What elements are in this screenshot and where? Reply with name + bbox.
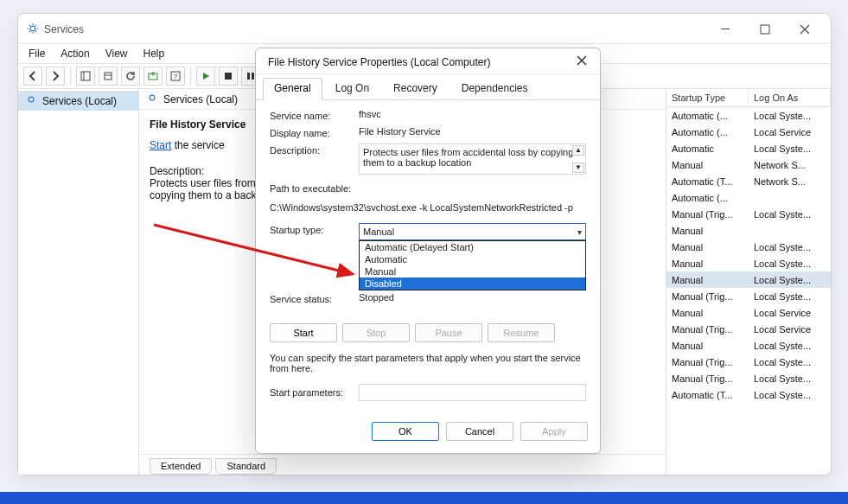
central-heading: Services (Local) bbox=[163, 93, 238, 105]
cell-log-on-as: Local Syste... bbox=[749, 209, 831, 220]
menu-file[interactable]: File bbox=[29, 48, 45, 60]
table-row[interactable]: Manual (Trig...Local Syste... bbox=[666, 206, 831, 222]
cell-log-on-as: Local Syste... bbox=[749, 144, 831, 154]
table-row[interactable]: Manual (Trig...Local Syste... bbox=[666, 354, 831, 370]
table-row[interactable]: Automatic (...Local Service bbox=[666, 124, 831, 140]
table-row[interactable]: Manual (Trig...Local Syste... bbox=[666, 370, 831, 386]
start-link-suffix: the service bbox=[171, 139, 224, 151]
stop-service-button[interactable] bbox=[219, 67, 238, 86]
table-row[interactable]: Manual (Trig...Local Syste... bbox=[666, 288, 831, 304]
window-maximize-button[interactable] bbox=[748, 19, 782, 40]
tab-extended[interactable]: Extended bbox=[150, 458, 212, 475]
dialog-footer: OK Cancel Apply bbox=[256, 415, 600, 453]
column-headers: Startup Type Log On As bbox=[666, 89, 831, 107]
dialog-close-button[interactable] bbox=[572, 55, 591, 68]
services-icon bbox=[27, 22, 39, 37]
window-minimize-button[interactable] bbox=[708, 19, 743, 40]
apply-button: Apply bbox=[520, 422, 588, 441]
properties-button[interactable] bbox=[99, 67, 118, 86]
cell-startup-type: Automatic bbox=[666, 144, 749, 154]
tab-dependencies[interactable]: Dependencies bbox=[450, 78, 539, 99]
start-service-link[interactable]: Start bbox=[150, 139, 171, 151]
cell-log-on-as: Local Syste... bbox=[749, 341, 831, 351]
service-name-value: fhsvc bbox=[359, 109, 586, 119]
pause-button: Pause bbox=[415, 323, 482, 342]
menu-action[interactable]: Action bbox=[61, 48, 89, 60]
table-row[interactable]: ManualLocal Service bbox=[666, 304, 831, 321]
cell-log-on-as: Local Syste... bbox=[749, 357, 831, 367]
description-box: Protects user files from accidental loss… bbox=[359, 144, 586, 175]
menu-view[interactable]: View bbox=[105, 48, 128, 60]
table-row[interactable]: Automatic (...Local Syste... bbox=[666, 107, 831, 124]
tab-recovery[interactable]: Recovery bbox=[382, 78, 449, 99]
table-row[interactable]: ManualNetwork S... bbox=[666, 156, 831, 173]
startup-type-label: Startup type: bbox=[270, 223, 352, 235]
forward-button[interactable] bbox=[46, 67, 65, 86]
table-row[interactable]: Automatic (T...Local Syste... bbox=[666, 386, 831, 403]
startup-type-option[interactable]: Automatic bbox=[360, 253, 585, 265]
cell-log-on-as: Network S... bbox=[749, 160, 831, 170]
services-icon bbox=[25, 93, 37, 108]
table-row[interactable]: ManualLocal Syste... bbox=[666, 239, 831, 255]
stop-button: Stop bbox=[342, 323, 410, 342]
table-row[interactable]: ManualLocal Syste... bbox=[666, 255, 831, 271]
refresh-button[interactable] bbox=[121, 67, 140, 86]
svg-point-14 bbox=[150, 95, 155, 100]
menu-help[interactable]: Help bbox=[143, 48, 165, 60]
cell-startup-type: Manual bbox=[666, 160, 749, 170]
window-close-button[interactable] bbox=[787, 19, 822, 40]
cell-startup-type: Manual bbox=[666, 226, 749, 236]
cell-startup-type: Manual bbox=[666, 242, 749, 252]
cell-startup-type: Automatic (... bbox=[666, 111, 749, 121]
column-log-on-as[interactable]: Log On As bbox=[749, 89, 831, 106]
taskbar-strip bbox=[0, 492, 848, 504]
service-rows: Automatic (...Local Syste...Automatic (.… bbox=[666, 107, 831, 475]
cell-startup-type: Automatic (... bbox=[666, 193, 749, 203]
startup-type-option[interactable]: Manual bbox=[360, 265, 585, 278]
start-params-input[interactable] bbox=[359, 384, 586, 401]
table-row[interactable]: Automatic (... bbox=[666, 189, 831, 206]
cell-startup-type: Manual (Trig... bbox=[666, 209, 749, 220]
dialog-title: File History Service Properties (Local C… bbox=[268, 56, 490, 68]
service-name-label: Service name: bbox=[270, 109, 352, 121]
start-service-button[interactable] bbox=[196, 67, 215, 86]
table-row[interactable]: Manual (Trig...Local Service bbox=[666, 321, 831, 337]
table-row[interactable]: ManualLocal Syste... bbox=[666, 337, 831, 354]
table-row[interactable]: Manual bbox=[666, 222, 831, 239]
tab-log-on[interactable]: Log On bbox=[324, 78, 380, 99]
start-button[interactable]: Start bbox=[270, 323, 337, 342]
scroll-down-icon[interactable]: ▼ bbox=[572, 163, 584, 173]
back-button[interactable] bbox=[23, 67, 42, 86]
service-action-row: Start Stop Pause Resume bbox=[270, 323, 586, 342]
svg-text:?: ? bbox=[174, 73, 178, 80]
tab-general[interactable]: General bbox=[263, 78, 322, 100]
scroll-up-icon[interactable]: ▲ bbox=[572, 145, 584, 156]
display-name-label: Display name: bbox=[270, 126, 352, 138]
dialog-body: Service name: fhsvc Display name: File H… bbox=[256, 100, 600, 415]
table-row[interactable]: AutomaticLocal Syste... bbox=[666, 140, 831, 156]
service-status-value: Stopped bbox=[359, 292, 586, 303]
table-row[interactable]: ManualLocal Syste... bbox=[666, 271, 831, 288]
svg-point-13 bbox=[29, 97, 34, 102]
cell-log-on-as: Local Service bbox=[749, 324, 831, 335]
show-hide-tree-button[interactable] bbox=[76, 67, 95, 86]
startup-type-combo[interactable]: Manual ▾ Automatic (Delayed Start)Automa… bbox=[359, 223, 586, 240]
cell-startup-type: Automatic (T... bbox=[666, 390, 749, 400]
export-button[interactable] bbox=[143, 67, 163, 86]
startup-type-option[interactable]: Disabled bbox=[360, 278, 585, 290]
svg-point-0 bbox=[30, 26, 35, 31]
help-button[interactable]: ? bbox=[166, 67, 185, 86]
cancel-button[interactable]: Cancel bbox=[446, 422, 513, 441]
cell-log-on-as: Local Service bbox=[749, 308, 831, 318]
dialog-titlebar: File History Service Properties (Local C… bbox=[256, 48, 600, 74]
tab-standard[interactable]: Standard bbox=[215, 458, 277, 475]
cell-startup-type: Automatic (... bbox=[666, 127, 749, 137]
column-startup-type[interactable]: Startup Type bbox=[666, 89, 749, 106]
cell-startup-type: Manual (Trig... bbox=[666, 324, 749, 335]
cell-startup-type: Manual (Trig... bbox=[666, 291, 749, 302]
resume-button: Resume bbox=[488, 323, 555, 342]
ok-button[interactable]: OK bbox=[372, 422, 439, 441]
table-row[interactable]: Automatic (T...Network S... bbox=[666, 173, 831, 189]
startup-type-option[interactable]: Automatic (Delayed Start) bbox=[360, 241, 585, 253]
tree-node-services-local[interactable]: Services (Local) bbox=[18, 91, 138, 111]
